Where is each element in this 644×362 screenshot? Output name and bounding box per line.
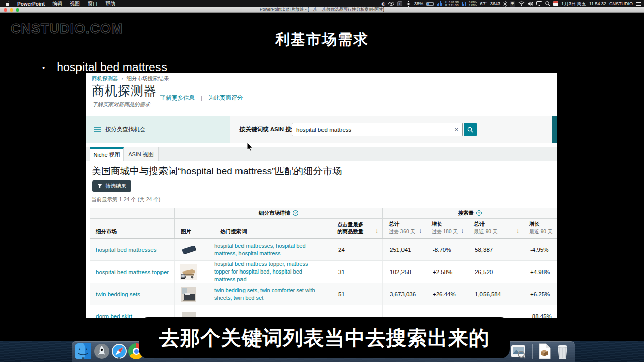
battery-icon[interactable] bbox=[426, 2, 434, 6]
group-header-volume: 搜索量 bbox=[458, 210, 474, 217]
bluetooth-icon[interactable] bbox=[503, 1, 507, 7]
menu-item-app[interactable]: PowerPoint bbox=[17, 1, 45, 7]
col-header-total-90[interactable]: 总计最近 90 天 ↓ bbox=[468, 219, 523, 238]
page-title: 商机探测器 bbox=[92, 82, 157, 99]
sort-down-icon[interactable]: ↓ bbox=[516, 227, 519, 234]
screen: PowerPoint 编辑 视图 窗口 帮助 ◐ 1 38% U: 8.07 G… bbox=[0, 0, 644, 362]
col-header-niche[interactable]: 细分市场 bbox=[90, 219, 174, 238]
top-keywords-link[interactable]: hospital bed mattresses, hospital bed ma… bbox=[214, 242, 331, 257]
installer-icon[interactable] bbox=[536, 343, 552, 359]
info-icon[interactable]: ? bbox=[476, 210, 482, 216]
clear-search-icon[interactable]: × bbox=[454, 126, 458, 133]
sort-down-icon[interactable]: ↓ bbox=[419, 227, 422, 234]
funnel-icon bbox=[97, 184, 102, 189]
tab-asin-view[interactable]: ASIN 视图 bbox=[124, 147, 159, 161]
table-row: hospital bed mattresses hospital bed mat… bbox=[90, 239, 557, 261]
growth-180-value: +26.44% bbox=[426, 291, 456, 297]
fan-speed-value[interactable]: 3643 bbox=[490, 1, 500, 6]
niche-link[interactable]: twin bedding sets bbox=[90, 291, 140, 297]
notification-center-icon[interactable] bbox=[636, 1, 641, 7]
finder-icon[interactable] bbox=[75, 343, 91, 359]
group-header-row: 细分市场详情 ? 搜索量 ? bbox=[90, 208, 557, 219]
temperature-value[interactable]: 67° bbox=[480, 1, 487, 6]
eye-icon[interactable] bbox=[388, 1, 394, 7]
menu-item-view[interactable]: 视图 bbox=[70, 0, 80, 7]
mouse-cursor-icon bbox=[247, 142, 253, 151]
calendar-icon[interactable] bbox=[553, 1, 558, 6]
slide-title: 利基市场需求 bbox=[0, 30, 644, 50]
growth-90-value: -4.95% bbox=[523, 247, 548, 253]
airplay-icon[interactable] bbox=[536, 1, 542, 7]
total-360-value: 102,258 bbox=[383, 269, 411, 275]
search-icon bbox=[467, 127, 473, 133]
search-band: 按分类查找机会 按关键词或 ASIN 搜索 hospital bed mattr… bbox=[86, 116, 557, 143]
preview-icon[interactable] bbox=[510, 343, 526, 359]
menubar-username[interactable]: CNSTUDIO bbox=[609, 1, 633, 6]
disk-meter-icon[interactable] bbox=[462, 1, 466, 6]
launchpad-icon[interactable] bbox=[94, 343, 110, 359]
browse-categories-button[interactable]: 按分类查找机会 bbox=[86, 116, 230, 143]
col-header-total-360[interactable]: 总计过去 360 天 ↓ bbox=[382, 219, 426, 238]
safari-icon[interactable] bbox=[111, 343, 127, 359]
dock-divider bbox=[532, 344, 533, 359]
niche-link[interactable]: dorm bed skirt bbox=[90, 313, 132, 319]
cpu-meter-icon[interactable] bbox=[437, 1, 442, 6]
breadcrumb-root[interactable]: 商机探测器 bbox=[92, 75, 118, 82]
rate-page-link[interactable]: 为此页面评分 bbox=[208, 94, 243, 102]
trash-icon[interactable] bbox=[554, 343, 571, 359]
title-links: 了解更多信息 | 为此页面评分 bbox=[160, 94, 243, 102]
learn-more-link[interactable]: 了解更多信息 bbox=[160, 94, 195, 102]
table-row: twin bedding sets twin bedding sets, twi… bbox=[90, 283, 557, 305]
sort-down-icon[interactable]: ↓ bbox=[461, 227, 464, 234]
volume-icon[interactable] bbox=[528, 1, 533, 7]
menubar-date[interactable]: 1月3日 周五 bbox=[561, 1, 586, 7]
search-input[interactable]: hospital bed mattress × bbox=[292, 123, 463, 136]
spotlight-icon[interactable] bbox=[545, 1, 550, 7]
tab-bar: Niche 视图 ASIN 视图 bbox=[86, 147, 557, 161]
traffic-lights[interactable] bbox=[4, 8, 19, 12]
niche-link[interactable]: hospital bed mattresses bbox=[90, 247, 156, 253]
results-count: 当前显示第 1-24 个 (共 24 个) bbox=[91, 196, 160, 203]
col-header-image: 图片 bbox=[174, 219, 214, 238]
niche-link[interactable]: hospital bed mattress topper bbox=[90, 269, 169, 275]
wifi-icon[interactable] bbox=[518, 1, 525, 7]
network-stats[interactable]: 0 KB/s 1 KB/s bbox=[469, 1, 477, 7]
filter-results-button[interactable]: 筛选结果 bbox=[92, 180, 131, 192]
menu-item-edit[interactable]: 编辑 bbox=[52, 0, 62, 7]
menu-bar: PowerPoint 编辑 视图 窗口 帮助 ◐ 1 38% U: 8.07 G… bbox=[0, 0, 644, 7]
battery-percent[interactable]: 38% bbox=[414, 1, 423, 6]
col-header-growth-180[interactable]: 增长过去 180 天 ↓ bbox=[426, 219, 468, 238]
memory-stats[interactable]: U: 8.07 GB F: 7.91 GB bbox=[445, 1, 459, 7]
tab-niche-view[interactable]: Niche 视图 bbox=[90, 147, 124, 161]
filter-button-label: 筛选结果 bbox=[105, 183, 126, 190]
menu-item-help[interactable]: 帮助 bbox=[105, 0, 115, 7]
breadcrumb: 商机探测器 › 细分市场搜索结果 bbox=[92, 75, 169, 82]
moon-icon[interactable]: ◐ bbox=[381, 1, 385, 7]
total-90-value: 26,520 bbox=[468, 269, 493, 275]
col-header-clicked[interactable]: 点击量最多的商品数量 ↓ bbox=[331, 219, 382, 238]
top-keywords-link[interactable]: hospital bed mattress topper, mattress t… bbox=[214, 260, 331, 283]
col-header-growth-90[interactable]: 增长最近 90 天 bbox=[523, 219, 557, 238]
product-thumbnail bbox=[179, 264, 199, 280]
total-360-value: 3,673,036 bbox=[383, 291, 416, 297]
top-keywords-link[interactable]: twin bedding sets, twin comforter set wi… bbox=[214, 287, 331, 302]
growth-180-value: -8.70% bbox=[426, 247, 451, 253]
brightness-icon[interactable] bbox=[406, 1, 411, 7]
minimize-icon bbox=[10, 8, 13, 12]
search-value: hospital bed mattress bbox=[296, 127, 454, 133]
notification-badge-icon[interactable]: 1 bbox=[397, 1, 403, 6]
close-icon bbox=[4, 8, 7, 12]
sort-down-icon[interactable]: ↓ bbox=[375, 227, 378, 234]
search-button[interactable] bbox=[464, 123, 477, 136]
bullet-dot: • bbox=[42, 63, 45, 72]
apple-menu-icon[interactable] bbox=[5, 1, 10, 7]
page-subtitle: 了解买家对新商品的需求 bbox=[92, 101, 150, 108]
results-heading: 美国商城中与搜索词“hospital bed mattress”匹配的细分市场 bbox=[92, 165, 342, 178]
window-title: PowerPoint 幻灯片放映 - [一步一步教你选品可行性分析案例-阿甘] bbox=[260, 7, 384, 13]
growth-90-value: -88.45% bbox=[523, 313, 552, 319]
input-method-icon[interactable]: 中 bbox=[510, 1, 515, 7]
info-icon[interactable]: ? bbox=[293, 210, 298, 216]
menubar-time[interactable]: 11:54:32 bbox=[589, 1, 606, 6]
menu-item-window[interactable]: 窗口 bbox=[88, 0, 98, 7]
product-thumbnail bbox=[179, 287, 199, 302]
